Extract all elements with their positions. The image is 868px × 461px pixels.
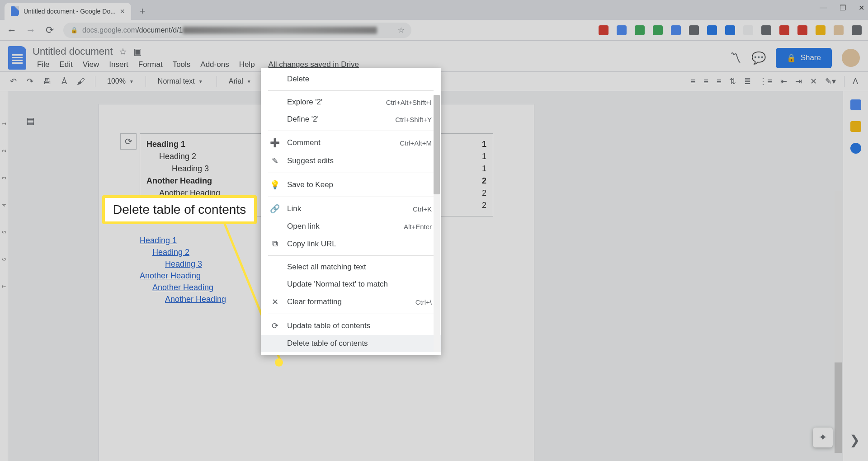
close-window-button[interactable]: ✕ [859, 4, 864, 12]
lock-icon: 🔒 [71, 27, 78, 33]
extension-icon-9[interactable] [761, 25, 771, 35]
numbered-list-button[interactable]: ≣ [742, 75, 753, 88]
clear-format-button[interactable]: ✕ [808, 75, 819, 88]
tab-title: Untitled document - Google Do... [24, 8, 116, 15]
page-scrollbar[interactable] [835, 191, 842, 444]
paint-format-button[interactable]: 🖌 [75, 75, 87, 88]
indent-increase-button[interactable]: ⇥ [793, 75, 804, 88]
forward-button[interactable]: → [25, 24, 36, 36]
style-select[interactable]: Normal text▼ [154, 77, 208, 85]
ctx-explore-2-[interactable]: Explore '2'Ctrl+Alt+Shift+I [261, 94, 441, 111]
extension-icon-7[interactable] [725, 25, 735, 35]
browser-tab-strip: Untitled document - Google Do... × + — ❐… [0, 0, 868, 20]
new-tab-button[interactable]: + [135, 4, 150, 19]
ctx-update-normal-text-to-match[interactable]: Update 'Normal text' to match [261, 276, 441, 293]
star-document-icon[interactable]: ☆ [119, 46, 127, 57]
lock-share-icon: 🔒 [787, 53, 796, 63]
extension-icon-0[interactable] [599, 25, 609, 35]
side-panel-toggle-icon[interactable]: ❯ [849, 433, 860, 447]
bulleted-list-button[interactable]: ⋮≡ [757, 75, 774, 88]
redo-button[interactable]: ↷ [25, 75, 35, 88]
account-avatar[interactable] [842, 49, 860, 67]
extension-icon-6[interactable] [707, 25, 717, 35]
align-center-button[interactable]: ≡ [702, 75, 710, 88]
extension-icon-14[interactable] [852, 25, 862, 35]
align-right-button[interactable]: ≡ [715, 75, 723, 88]
extension-icon-5[interactable] [689, 25, 699, 35]
extension-icon-2[interactable] [635, 25, 645, 35]
url-text: docs.google.com/document/d/1 [82, 26, 377, 34]
docs-favicon [11, 6, 19, 16]
extension-icon-12[interactable] [816, 25, 826, 35]
ctx-open-link[interactable]: Open linkAlt+Enter [261, 218, 441, 235]
line-spacing-button[interactable]: ⇅ [727, 75, 738, 88]
minimize-button[interactable]: — [820, 4, 827, 12]
docs-header: Untitled document ☆ ▣ FileEditViewInsert… [0, 41, 868, 71]
menu-insert[interactable]: Insert [104, 59, 133, 70]
ctx-suggest-edits[interactable]: ✎Suggest edits [261, 152, 441, 170]
browser-tab[interactable]: Untitled document - Google Do... × [5, 3, 131, 20]
annotation-dot-icon [275, 358, 283, 367]
tasks-icon[interactable] [850, 143, 861, 154]
align-left-button[interactable]: ≡ [689, 75, 698, 88]
share-label: Share [801, 53, 821, 62]
explore-fab-button[interactable]: ✦ [813, 428, 833, 447]
move-folder-icon[interactable]: ▣ [133, 46, 142, 57]
ctx-copy-link-url[interactable]: ⧉Copy link URL [261, 235, 441, 253]
extension-icons [599, 25, 862, 35]
menu-help[interactable]: Help [235, 59, 259, 70]
side-panel [843, 91, 868, 461]
ctx-define-2-[interactable]: Define '2'Ctrl+Shift+Y [261, 111, 441, 128]
ctx-clear-formatting[interactable]: ✕Clear formattingCtrl+\ [261, 293, 441, 311]
extension-icon-3[interactable] [653, 25, 663, 35]
menu-format[interactable]: Format [134, 59, 167, 70]
ctx-update-table-of-contents[interactable]: ⟳Update table of contents [261, 317, 441, 335]
extension-icon-1[interactable] [617, 25, 627, 35]
ctx-save-to-keep[interactable]: 💡Save to Keep [261, 176, 441, 194]
docs-logo-icon[interactable] [8, 46, 26, 70]
star-page-icon[interactable]: ☆ [398, 26, 404, 34]
context-menu: DeleteExplore '2'Ctrl+Alt+Shift+IDefine … [261, 68, 441, 355]
indent-decrease-button[interactable]: ⇤ [778, 75, 789, 88]
menu-file[interactable]: File [33, 59, 54, 70]
extension-icon-10[interactable] [779, 25, 789, 35]
menu-edit[interactable]: Edit [55, 59, 77, 70]
spellcheck-button[interactable]: Ǎ [60, 75, 69, 88]
reload-button[interactable]: ⟳ [44, 24, 55, 36]
editing-mode-button[interactable]: ✎▾ [823, 75, 838, 88]
document-title[interactable]: Untitled document [33, 46, 113, 57]
close-tab-icon[interactable]: × [120, 7, 125, 16]
share-button[interactable]: 🔒 Share [776, 48, 832, 68]
extension-icon-4[interactable] [671, 25, 681, 35]
ctx-link[interactable]: 🔗LinkCtrl+K [261, 200, 441, 218]
comments-icon[interactable]: 💬 [751, 51, 766, 65]
address-bar: ← → ⟳ 🔒 docs.google.com/document/d/1 ☆ [0, 20, 868, 41]
collapse-toolbar-button[interactable]: ᐱ [851, 75, 860, 88]
extension-icon-8[interactable] [743, 25, 753, 35]
keep-icon[interactable] [850, 121, 861, 132]
ctx-select-all-matching-text[interactable]: Select all matching text [261, 259, 441, 276]
ctx-comment[interactable]: ➕CommentCtrl+Alt+M [261, 134, 441, 152]
zoom-select[interactable]: 100%▼ [104, 77, 137, 85]
maximize-button[interactable]: ❐ [840, 4, 846, 12]
outline-toggle-icon[interactable]: ▤ [24, 114, 37, 127]
activity-icon[interactable]: 〽 [730, 51, 741, 65]
menu-add-ons[interactable]: Add-ons [196, 59, 233, 70]
window-controls: — ❐ ✕ [820, 4, 864, 12]
context-menu-scrollbar[interactable] [434, 95, 440, 352]
ctx-delete-table-of-contents[interactable]: Delete table of contents [261, 335, 441, 352]
undo-button[interactable]: ↶ [8, 75, 19, 88]
print-button[interactable]: 🖶 [42, 75, 53, 88]
vertical-ruler[interactable]: 1234567 [0, 91, 8, 461]
calendar-icon[interactable] [850, 99, 861, 110]
extension-icon-13[interactable] [834, 25, 844, 35]
extension-icon-11[interactable] [797, 25, 807, 35]
refresh-toc-button[interactable]: ⟳ [120, 133, 137, 150]
annotation-callout: Delete table of contents [102, 195, 257, 224]
back-button[interactable]: ← [6, 24, 17, 36]
url-field[interactable]: 🔒 docs.google.com/document/d/1 ☆ [63, 23, 411, 38]
ctx-delete[interactable]: Delete [261, 71, 441, 88]
menu-view[interactable]: View [78, 59, 104, 70]
menu-tools[interactable]: Tools [168, 59, 195, 70]
